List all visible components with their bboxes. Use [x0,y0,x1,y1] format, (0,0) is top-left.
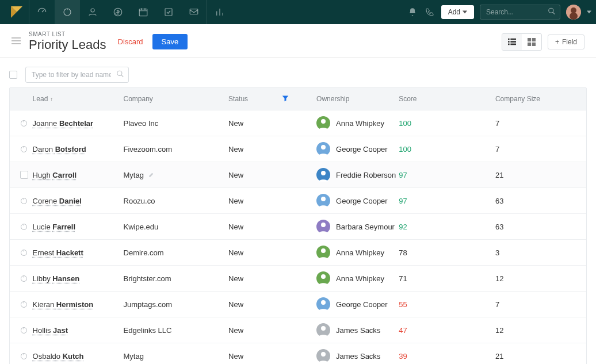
add-field-button[interactable]: + Field [548,35,584,49]
cell-company-size: 21 [495,352,580,361]
nav-money-icon[interactable] [105,0,131,24]
svg-rect-20 [528,38,531,41]
owner-name: Anna Whipkey [336,248,384,257]
table-row[interactable]: Corene DanielRoozu.coNewGeorge Cooper976… [10,188,586,214]
lead-link[interactable]: Daron Botsford [33,145,86,154]
cell-lead: Ernest Hackett [33,248,124,257]
table-row[interactable]: Daron BotsfordFivezoom.comNewGeorge Coop… [10,136,586,162]
lead-link[interactable]: Corene Daniel [33,197,82,205]
th-score[interactable]: Score [399,95,495,103]
lead-link[interactable]: Libby Hansen [33,274,80,283]
table-row[interactable]: Kieran HermistonJumptags.comNewGeorge Co… [10,292,586,317]
nav-leads-icon[interactable] [55,0,80,24]
row-power-icon[interactable] [16,326,33,335]
topbar: Add [0,0,596,24]
svg-point-3 [91,9,94,12]
search-icon [548,7,556,17]
edit-icon[interactable] [148,171,155,179]
app-logo[interactable] [8,3,25,21]
table-row[interactable]: Lucie FarrellKwipe.eduNewBarbara Seymour… [10,214,586,240]
owner-avatar[interactable] [316,168,330,182]
cell-status: New [228,248,316,257]
nav-tasks-icon[interactable] [156,0,181,24]
phone-icon[interactable] [424,6,435,18]
lead-link[interactable]: Kieran Hermiston [33,300,94,309]
cell-lead: Daron Botsford [33,145,124,154]
owner-avatar[interactable] [316,116,330,130]
bell-icon[interactable] [407,6,418,18]
lead-link[interactable]: Lucie Farrell [33,223,75,231]
table-row[interactable]: Libby HansenBrightster.comNewAnna Whipke… [10,266,586,292]
filter-input[interactable] [25,67,129,83]
row-checkbox[interactable] [16,171,33,179]
th-company[interactable]: Company [124,95,229,103]
owner-avatar[interactable] [316,323,330,337]
table-row[interactable]: Osbaldo KutchMytagNewJames Sacks3921 [10,343,586,364]
svg-point-38 [321,223,326,227]
th-lead[interactable]: Lead ↑ [33,95,124,103]
top-nav [29,0,232,24]
svg-point-44 [321,274,326,279]
owner-avatar[interactable] [316,271,330,285]
nav-contacts-icon[interactable] [80,0,105,24]
discard-button[interactable]: Discard [118,37,143,46]
th-status[interactable]: Status [228,95,316,103]
cell-score: 55 [399,300,495,309]
user-avatar[interactable] [566,5,581,20]
cell-lead: Hugh Carroll [33,171,124,179]
add-button[interactable]: Add [441,5,474,19]
filter-icon[interactable] [282,95,289,104]
table-row[interactable]: Hugh CarrollMytagNewFreddie Roberson9721 [10,162,586,188]
nav-reports-icon[interactable] [207,0,232,24]
owner-avatar[interactable] [316,194,330,208]
page-eyebrow: SMART LIST [29,31,106,37]
select-all-checkbox[interactable] [9,71,17,79]
owner-avatar[interactable] [316,220,330,233]
owner-avatar[interactable] [316,349,330,363]
list-view-icon[interactable] [502,34,522,50]
row-power-icon[interactable] [16,119,33,128]
grid-view-icon[interactable] [522,34,541,50]
row-power-icon[interactable] [16,352,33,361]
lead-link[interactable]: Osbaldo Kutch [33,352,84,361]
cell-status: New [228,300,316,309]
svg-rect-5 [139,9,147,16]
cell-company-size: 3 [495,248,580,257]
th-company-size[interactable]: Company Size [495,95,580,103]
cell-owner: George Cooper [316,142,399,156]
lead-link[interactable]: Ernest Hackett [33,248,83,257]
nav-calendar-icon[interactable] [131,0,156,24]
field-button-label: Field [562,38,577,46]
svg-point-53 [321,352,326,357]
svg-point-24 [117,71,122,75]
lead-link[interactable]: Joanne Bechtelar [33,119,94,128]
lead-link[interactable]: Hugh Carroll [33,171,77,179]
svg-point-35 [321,197,326,201]
row-power-icon[interactable] [16,145,33,154]
nav-mail-icon[interactable] [181,0,207,24]
row-power-icon[interactable] [16,274,33,283]
svg-rect-18 [508,43,510,45]
row-power-icon[interactable] [16,248,33,257]
row-power-icon[interactable] [16,300,33,309]
row-power-icon[interactable] [16,197,33,205]
cell-company: Kwipe.edu [124,223,229,231]
save-button[interactable]: Save [152,34,188,49]
caret-down-icon[interactable] [587,10,591,14]
table-row[interactable]: Hollis JastEdgelinks LLCNewJames Sacks47… [10,317,586,343]
menu-icon[interactable] [12,37,21,46]
owner-name: James Sacks [336,352,380,361]
nav-dashboard-icon[interactable] [29,0,55,24]
table-row[interactable]: Joanne BechtelarPlaveo IncNewAnna Whipke… [10,110,586,136]
owner-avatar[interactable] [316,142,330,156]
row-power-icon[interactable] [16,223,33,231]
owner-avatar[interactable] [316,297,330,311]
owner-name: George Cooper [336,197,388,205]
cell-company: Demire.com [124,248,229,257]
table-row[interactable]: Ernest HackettDemire.comNewAnna Whipkey7… [10,240,586,266]
cell-score: 100 [399,119,495,128]
owner-name: Anna Whipkey [336,274,384,283]
th-ownership[interactable]: Ownership [316,95,399,103]
lead-link[interactable]: Hollis Jast [33,326,68,335]
owner-avatar[interactable] [316,246,330,259]
